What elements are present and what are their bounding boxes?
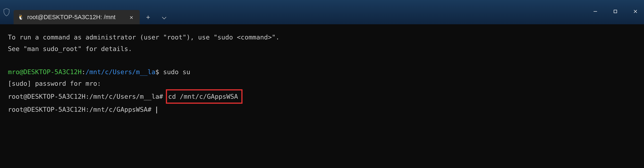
window-controls bbox=[591, 0, 640, 24]
maximize-button[interactable] bbox=[611, 7, 620, 16]
prompt-user-host: mro@DESKTOP-5A3C12H bbox=[8, 68, 82, 76]
terminal-output-line: To run a command as administrator (user … bbox=[8, 31, 636, 43]
dropdown-button[interactable] bbox=[160, 12, 169, 22]
terminal-output-line: [sudo] password for mro: bbox=[8, 78, 636, 89]
terminal-prompt-line: mro@DESKTOP-5A3C12H:/mnt/c/Users/m__la$ … bbox=[8, 66, 636, 78]
tux-icon: 🐧 bbox=[18, 14, 24, 20]
terminal-tab[interactable]: 🐧 root@DESKTOP-5A3C12H: /mnt ✕ bbox=[14, 10, 140, 24]
title-bar: 🐧 root@DESKTOP-5A3C12H: /mnt ✕ + bbox=[0, 0, 644, 24]
shield-icon bbox=[3, 8, 10, 16]
new-tab-button[interactable]: + bbox=[144, 12, 152, 22]
prompt-path: /mnt/c/Users/m__la bbox=[86, 68, 156, 76]
prompt-root: root@DESKTOP-5A3C12H:/mnt/c/GAppsWSA# bbox=[8, 106, 156, 113]
terminal-content[interactable]: To run a command as administrator (user … bbox=[0, 24, 644, 122]
svg-rect-1 bbox=[614, 10, 617, 13]
prompt-root: root@DESKTOP-5A3C12H:/mnt/c/Users/m__la# bbox=[8, 93, 167, 100]
minimize-button[interactable] bbox=[591, 7, 600, 16]
tab-actions: + bbox=[144, 12, 169, 22]
terminal-prompt-line: root@DESKTOP-5A3C12H:/mnt/c/Users/m__la#… bbox=[8, 89, 636, 104]
command-text: sudo su bbox=[159, 68, 190, 76]
command-text: cd /mnt/c/GAppsWSA bbox=[168, 93, 238, 100]
terminal-output-line: See "man sudo_root" for details. bbox=[8, 43, 636, 55]
close-tab-button[interactable]: ✕ bbox=[128, 13, 135, 21]
tab-title: root@DESKTOP-5A3C12H: /mnt bbox=[27, 14, 124, 21]
terminal-prompt-line: root@DESKTOP-5A3C12H:/mnt/c/GAppsWSA# bbox=[8, 104, 636, 115]
close-window-button[interactable] bbox=[631, 7, 640, 16]
highlighted-command: cd /mnt/c/GAppsWSA bbox=[166, 89, 243, 104]
terminal-cursor bbox=[156, 107, 157, 113]
terminal-blank-line bbox=[8, 55, 636, 66]
